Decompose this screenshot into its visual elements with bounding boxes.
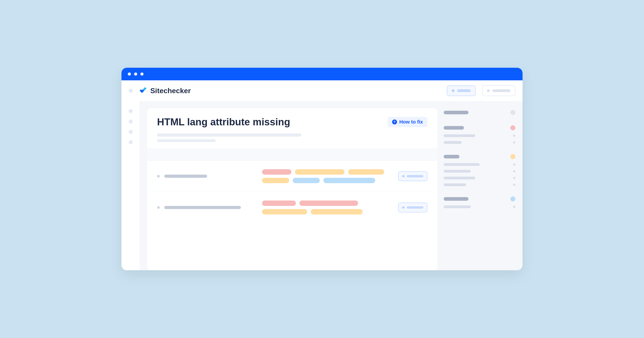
- how-to-fix-button[interactable]: ? How to fix: [388, 117, 428, 127]
- sidebar-summary: [444, 108, 515, 270]
- issue-row[interactable]: [147, 192, 437, 223]
- summary-group: [444, 125, 515, 144]
- app-header: Sitechecker: [122, 80, 522, 101]
- row-action-button[interactable]: [398, 202, 428, 212]
- nav-rail: [122, 101, 140, 270]
- summary-item[interactable]: [444, 183, 515, 186]
- nav-item[interactable]: [129, 130, 133, 134]
- app-window: Sitechecker HTML lang attribute missing: [122, 68, 522, 270]
- menu-icon[interactable]: [129, 89, 133, 93]
- issue-panel: HTML lang attribute missing ? How to fix: [147, 108, 437, 270]
- summary-item[interactable]: [444, 170, 515, 172]
- summary-group: [444, 196, 515, 208]
- nav-item[interactable]: [129, 109, 133, 113]
- issue-row[interactable]: [147, 161, 437, 192]
- brand[interactable]: Sitechecker: [139, 87, 191, 95]
- summary-item[interactable]: [444, 134, 515, 137]
- how-to-fix-label: How to fix: [399, 119, 423, 125]
- summary-group: [444, 154, 515, 186]
- status-badge: [510, 196, 515, 201]
- summary-item[interactable]: [444, 163, 515, 166]
- brand-name: Sitechecker: [150, 87, 191, 95]
- summary-group: [444, 110, 515, 115]
- status-dot-icon: [157, 175, 160, 177]
- header-action-primary[interactable]: [447, 85, 476, 96]
- page-title: HTML lang attribute missing: [157, 116, 383, 128]
- help-icon: ?: [392, 120, 397, 125]
- window-close-icon[interactable]: [128, 72, 131, 76]
- row-action-button[interactable]: [398, 171, 428, 181]
- tags: [262, 200, 390, 214]
- row-url-placeholder: [164, 175, 207, 178]
- window-titlebar: [122, 68, 522, 80]
- window-minimize-icon[interactable]: [134, 72, 137, 76]
- status-dot-icon: [157, 206, 160, 209]
- filter-bar: [147, 148, 437, 161]
- summary-item[interactable]: [444, 205, 515, 208]
- brand-logo-icon: [139, 87, 147, 95]
- tags: [262, 169, 390, 183]
- nav-item[interactable]: [129, 140, 133, 144]
- status-badge: [510, 125, 515, 130]
- summary-item[interactable]: [444, 141, 515, 144]
- summary-item[interactable]: [444, 177, 515, 179]
- status-badge: [510, 154, 515, 159]
- window-maximize-icon[interactable]: [140, 72, 144, 76]
- status-badge: [510, 110, 515, 115]
- row-url-placeholder: [164, 206, 241, 209]
- header-action-secondary[interactable]: [482, 85, 515, 96]
- description-placeholder: [157, 134, 428, 142]
- nav-item[interactable]: [129, 120, 133, 124]
